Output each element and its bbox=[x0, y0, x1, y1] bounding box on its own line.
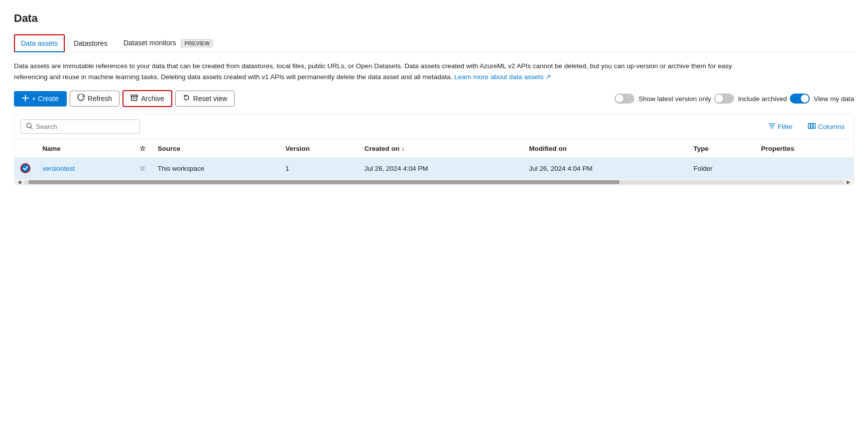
reset-view-button[interactable]: Reset view bbox=[175, 91, 235, 107]
row-created-on: Jul 26, 2024 4:04 PM bbox=[359, 158, 523, 179]
svg-rect-4 bbox=[813, 123, 815, 128]
col-type[interactable]: Type bbox=[687, 139, 755, 158]
row-source: This workspace bbox=[152, 158, 280, 179]
show-latest-version-toggle[interactable] bbox=[615, 94, 634, 104]
include-archived-toggle[interactable] bbox=[714, 94, 734, 104]
svg-rect-3 bbox=[811, 123, 813, 128]
data-table: Name ☆ Source Version Created on ↓ bbox=[14, 139, 854, 179]
star-icon: ☆ bbox=[139, 165, 146, 172]
row-name-link[interactable]: versiontest bbox=[42, 165, 75, 172]
view-my-data-label: View my data bbox=[814, 95, 854, 103]
view-my-data-toggle-group: View my data bbox=[790, 94, 854, 104]
row-checkbox[interactable] bbox=[14, 158, 36, 179]
toolbar: + Create Refresh Archive bbox=[14, 90, 854, 107]
row-modified-on: Jul 26, 2024 4:04 PM bbox=[523, 158, 687, 179]
preview-badge: PREVIEW bbox=[181, 39, 213, 47]
col-source[interactable]: Source bbox=[152, 139, 280, 158]
refresh-icon bbox=[77, 94, 85, 103]
tab-dataset-monitors[interactable]: Dataset monitors PREVIEW bbox=[117, 34, 220, 52]
show-latest-version-toggle-group: Show latest version only bbox=[615, 94, 711, 104]
col-properties[interactable]: Properties bbox=[755, 139, 854, 158]
search-input[interactable] bbox=[36, 123, 134, 130]
row-star[interactable]: ☆ bbox=[133, 158, 152, 179]
col-created-on[interactable]: Created on ↓ bbox=[359, 139, 523, 158]
col-checkbox bbox=[14, 139, 36, 158]
include-archived-label: Include archived bbox=[738, 95, 787, 103]
row-type: Folder bbox=[687, 158, 755, 179]
learn-more-link[interactable]: Learn more about data assets ↗ bbox=[454, 73, 551, 81]
col-name[interactable]: Name bbox=[36, 139, 133, 158]
archive-button[interactable]: Archive bbox=[123, 90, 172, 107]
selected-checkbox bbox=[20, 163, 30, 173]
filter-icon bbox=[768, 122, 775, 131]
svg-rect-0 bbox=[131, 95, 137, 97]
search-icon bbox=[26, 122, 33, 131]
description-text: Data assets are immutable references to … bbox=[14, 61, 741, 82]
columns-button[interactable]: Columns bbox=[805, 120, 848, 133]
svg-point-1 bbox=[27, 123, 31, 128]
scrollbar-thumb[interactable] bbox=[28, 180, 620, 184]
columns-icon bbox=[808, 122, 816, 131]
page-title: Data bbox=[14, 12, 854, 25]
filter-columns-area: Filter Columns bbox=[765, 120, 848, 133]
row-version: 1 bbox=[279, 158, 359, 179]
refresh-button[interactable]: Refresh bbox=[70, 91, 120, 107]
svg-rect-2 bbox=[808, 123, 810, 128]
col-modified-on[interactable]: Modified on bbox=[523, 139, 687, 158]
data-table-container: Filter Columns bbox=[14, 114, 854, 185]
scroll-right-arrow[interactable]: ▶ bbox=[845, 179, 853, 185]
tab-datastores[interactable]: Datastores bbox=[67, 34, 115, 52]
col-star: ☆ bbox=[133, 139, 152, 158]
row-properties bbox=[755, 158, 854, 179]
scrollbar-track[interactable] bbox=[23, 180, 845, 184]
view-my-data-toggle[interactable] bbox=[790, 94, 810, 104]
filter-button[interactable]: Filter bbox=[765, 120, 796, 133]
page-container: Data Data assets Datastores Dataset moni… bbox=[0, 0, 868, 448]
scroll-left-arrow[interactable]: ◀ bbox=[15, 179, 23, 185]
search-filter-bar: Filter Columns bbox=[14, 114, 854, 139]
archive-icon bbox=[130, 94, 138, 103]
horizontal-scrollbar[interactable]: ◀ ▶ bbox=[14, 179, 854, 185]
show-latest-version-label: Show latest version only bbox=[638, 95, 711, 103]
create-button[interactable]: + Create bbox=[14, 91, 67, 107]
col-version[interactable]: Version bbox=[279, 139, 359, 158]
tabs-bar: Data assets Datastores Dataset monitors … bbox=[14, 34, 854, 53]
include-archived-toggle-group: Include archived bbox=[714, 94, 787, 104]
table-header-row: Name ☆ Source Version Created on ↓ bbox=[14, 139, 854, 158]
tab-data-assets[interactable]: Data assets bbox=[14, 34, 65, 52]
plus-icon bbox=[22, 95, 29, 103]
row-name: versiontest bbox=[36, 158, 133, 179]
star-icon: ☆ bbox=[139, 145, 146, 152]
table-row[interactable]: versiontest ☆ This workspace 1 Jul 26, 2… bbox=[14, 158, 854, 179]
search-box bbox=[20, 119, 140, 134]
reset-icon bbox=[183, 94, 190, 103]
